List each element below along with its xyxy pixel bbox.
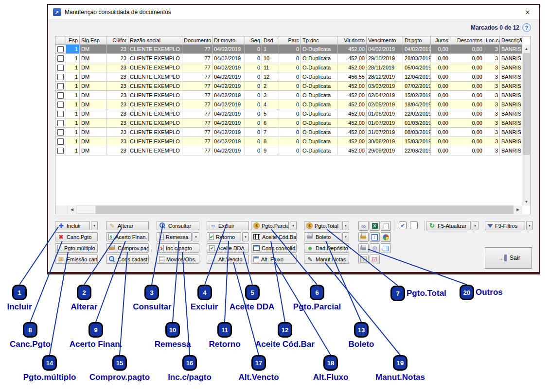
vertical-scrollbar[interactable]: ▲ ▼ bbox=[522, 45, 531, 205]
table-row[interactable]: 1DM23CLIENTE EXEMPLO7704/02/2019070O-Dup… bbox=[55, 128, 522, 137]
column-header-vlr-docto[interactable]: Vlr.docto bbox=[337, 36, 367, 45]
palette-tool-button[interactable] bbox=[381, 232, 391, 242]
table-row[interactable]: 1DM23CLIENTE EXEMPLO7704/02/2019030O-Dup… bbox=[55, 91, 522, 100]
export-tool-button[interactable]: ↓ bbox=[358, 255, 369, 264]
row-checkbox[interactable] bbox=[57, 111, 64, 117]
column-header-dt-pgto[interactable]: Dt.pgto bbox=[403, 36, 431, 45]
column-header-dt-movto[interactable]: Dt.movto bbox=[213, 36, 245, 45]
cons-consolid-button[interactable]: Cons.consolid. bbox=[251, 243, 297, 253]
close-icon[interactable]: ✕ bbox=[523, 8, 532, 17]
checkbox-checked[interactable]: ✔ bbox=[399, 222, 407, 229]
cell: 452,00 bbox=[337, 128, 367, 137]
column-header-tp-doc[interactable]: Tp.doc bbox=[301, 36, 337, 45]
row-checkbox[interactable] bbox=[57, 74, 64, 80]
f9-filtros-button[interactable]: F9-Filtros bbox=[485, 221, 525, 230]
pgto-total-dropdown[interactable]: ▼ bbox=[342, 221, 349, 230]
horizontal-scroll-thumb[interactable] bbox=[76, 205, 96, 214]
table-row[interactable]: 1DM23CLIENTE EXEMPLO7704/02/2019080O-Dup… bbox=[55, 137, 522, 146]
list-options-tool-button[interactable] bbox=[381, 243, 391, 253]
column-header-dsd[interactable]: Dsd bbox=[262, 36, 279, 45]
table-row[interactable]: 1DM23CLIENTE EXEMPLO7704/02/2019010O-Dup… bbox=[55, 45, 522, 54]
row-checkbox[interactable] bbox=[57, 55, 64, 62]
retorno-button[interactable]: ✔Retorno bbox=[207, 232, 241, 241]
horizontal-scrollbar[interactable]: ◀ ▶ bbox=[55, 205, 522, 214]
help-icon[interactable]: ? bbox=[522, 23, 531, 32]
printer-hand-tool-button[interactable] bbox=[358, 232, 369, 242]
f9-filtros-dropdown[interactable]: ▼ bbox=[526, 221, 533, 230]
table-row[interactable]: 1DM23CLIENTE EXEMPLO7704/02/20190100O-Du… bbox=[55, 54, 522, 63]
gear-tool-button[interactable]: ⚙ bbox=[370, 243, 380, 253]
table-row[interactable]: 1DM23CLIENTE EXEMPLO7704/02/2019020O-Dup… bbox=[55, 82, 522, 91]
checklist-tool-button[interactable]: ☑ bbox=[370, 255, 380, 264]
alt-vencto-button[interactable]: →Alt.Vencto bbox=[207, 255, 249, 264]
cons-cadastro-button[interactable]: Cons.cadastro bbox=[106, 255, 149, 264]
printer-tool-button[interactable] bbox=[358, 243, 369, 253]
new-doc-tool-button[interactable] bbox=[381, 221, 391, 231]
column-header-parc[interactable]: Parc bbox=[279, 36, 301, 45]
excel-tool-button[interactable]: X bbox=[370, 221, 380, 231]
table-row[interactable]: 1DM23CLIENTE EXEMPLO7704/02/2019050O-Dup… bbox=[55, 109, 522, 119]
alterar-button[interactable]: ✎Alterar bbox=[106, 221, 149, 230]
table-row[interactable]: 1DM23CLIENTE EXEMPLO7704/02/20190120O-Du… bbox=[55, 72, 522, 82]
f5-atualizar-dropdown[interactable]: ▼ bbox=[472, 221, 478, 230]
binoculars-tool-button[interactable]: ∞ bbox=[358, 221, 369, 231]
boleto-dropdown[interactable]: ▼ bbox=[342, 232, 349, 241]
pgto-parcial-dropdown[interactable]: ▼ bbox=[290, 221, 297, 230]
excluir-button[interactable]: −Excluir bbox=[207, 221, 249, 230]
canc-pgto-button[interactable]: ✖Canc.Pgto bbox=[55, 232, 98, 241]
row-checkbox[interactable] bbox=[57, 138, 64, 145]
checkbox-unchecked[interactable] bbox=[410, 222, 418, 229]
remessa-button[interactable]: →Remessa bbox=[157, 232, 192, 241]
emiss-o-carta-button[interactable]: ✉Emissão carta bbox=[55, 255, 98, 264]
dad-dep-sito-button[interactable]: ☻Dad.Depósito bbox=[304, 243, 349, 253]
table-row[interactable]: 1DM23CLIENTE EXEMPLO7704/02/20190110O-Du… bbox=[55, 63, 522, 72]
movtos-obs-button[interactable]: Movtos/Obs. bbox=[157, 255, 199, 264]
aceite-c-d-bar-button[interactable]: Aceite Cód.Bar bbox=[251, 232, 297, 241]
row-checkbox[interactable] bbox=[57, 92, 64, 99]
row-checkbox[interactable] bbox=[57, 83, 64, 89]
table-row[interactable]: 1DM23CLIENTE EXEMPLO7704/02/2019060O-Dup… bbox=[55, 119, 522, 128]
table-row[interactable]: 1DM23CLIENTE EXEMPLO7704/02/2019040O-Dup… bbox=[55, 100, 522, 109]
column-header-vencimento[interactable]: Vencimento bbox=[367, 36, 403, 45]
aceite-dda-button[interactable]: ✔Aceite DDA bbox=[207, 243, 249, 253]
column-header-sig-esp[interactable]: Sig.Esp bbox=[80, 36, 106, 45]
column-header-juros[interactable]: Juros bbox=[431, 36, 450, 45]
scroll-left-icon[interactable]: ◀ bbox=[68, 205, 76, 214]
scroll-down-icon[interactable]: ▼ bbox=[522, 198, 531, 205]
inc-c-pagto-button[interactable]: $Inc.c/pagto bbox=[157, 243, 199, 253]
row-checkbox[interactable] bbox=[57, 102, 64, 108]
comprov-pagto-button[interactable]: Comprov.pagto bbox=[106, 243, 149, 253]
column-header-esp[interactable]: Esp bbox=[66, 36, 80, 45]
column-header-descri-o[interactable]: Descrição bbox=[500, 36, 522, 45]
incluir-dropdown[interactable]: ▼ bbox=[91, 221, 98, 230]
column-header-descontos[interactable]: Descontos bbox=[450, 36, 484, 45]
alt-fluxo-button[interactable]: Alt. Fluxo bbox=[251, 255, 297, 264]
sair-button[interactable]: → Sair bbox=[485, 247, 532, 269]
incluir-button[interactable]: ✚Incluir bbox=[55, 221, 90, 230]
row-checkbox[interactable] bbox=[57, 129, 64, 136]
column-header-documento[interactable]: Documento bbox=[182, 36, 213, 45]
f5-atualizar-button[interactable]: ↻F5-Atualizar bbox=[426, 221, 471, 230]
pgto-parcial-button[interactable]: $Pgto.Parcial bbox=[251, 221, 289, 230]
pgto-m-ltiplo-button[interactable]: →Pgto.múltiplo bbox=[55, 243, 98, 253]
row-checkbox[interactable] bbox=[57, 46, 64, 52]
sort-tool-button[interactable]: ↕ bbox=[370, 232, 380, 242]
retorno-dropdown[interactable]: ▼ bbox=[242, 232, 249, 241]
vertical-scroll-thumb[interactable] bbox=[523, 53, 530, 155]
scroll-right-icon[interactable]: ▶ bbox=[514, 205, 522, 214]
table-row[interactable]: 1DM23CLIENTE EXEMPLO7704/02/2019090O-Dup… bbox=[55, 146, 522, 155]
column-header-seq[interactable]: Seq bbox=[245, 36, 262, 45]
remessa-dropdown[interactable]: ▼ bbox=[193, 232, 199, 241]
column-header-cli-for[interactable]: Cli/for bbox=[106, 36, 128, 45]
manut-notas-button[interactable]: ✎Manut.Notas bbox=[304, 255, 349, 264]
scroll-up-icon[interactable]: ▲ bbox=[522, 45, 531, 52]
pgto-total-button[interactable]: $Pgto.Total bbox=[304, 221, 341, 230]
row-checkbox[interactable] bbox=[57, 65, 64, 71]
consultar-button[interactable]: Consultar bbox=[157, 221, 199, 230]
acerto-finan-button[interactable]: $Acerto Finan. bbox=[106, 232, 149, 241]
boleto-button[interactable]: Boleto bbox=[304, 232, 341, 241]
column-header-loc-cob[interactable]: Loc.cob bbox=[484, 36, 500, 45]
column-header-raz-o-social[interactable]: Razão social bbox=[128, 36, 182, 45]
row-checkbox[interactable] bbox=[57, 148, 64, 154]
row-checkbox[interactable] bbox=[57, 120, 64, 126]
